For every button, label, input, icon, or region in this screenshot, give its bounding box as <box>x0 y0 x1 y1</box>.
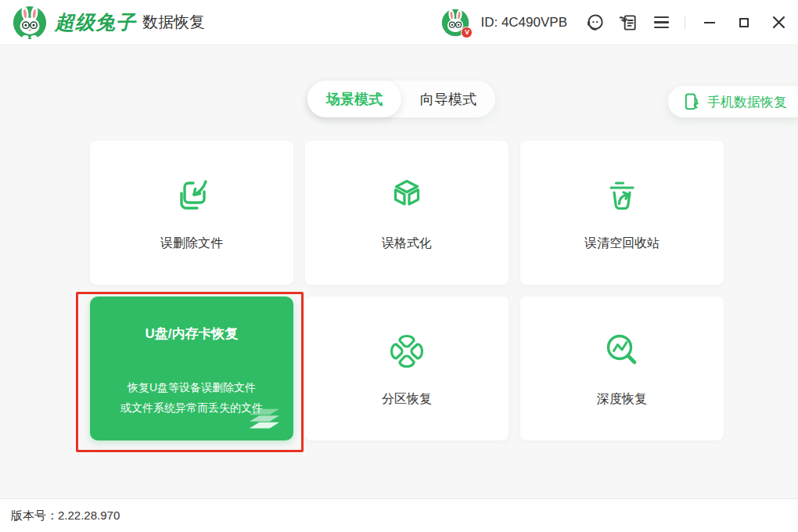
app-window: 超级兔子 数据恢复 V ID: <box>0 0 798 532</box>
divider <box>685 16 685 29</box>
card-usb-memory-card-recovery[interactable]: U盘/内存卡恢复 恢复U盘等设备误删除文件 或文件系统异常而丢失的文件 <box>90 297 293 440</box>
user-avatar[interactable]: V <box>441 9 469 37</box>
card-description: 恢复U盘等设备误删除文件 或文件系统异常而丢失的文件 <box>120 377 263 418</box>
card-unformat[interactable]: 误格式化 <box>305 141 509 285</box>
tab-scene-mode[interactable]: 场景模式 <box>307 81 401 117</box>
menu-icon <box>654 16 669 29</box>
minimize-button[interactable] <box>698 11 721 34</box>
mode-tab-switch: 场景模式 向导模式 <box>307 81 495 117</box>
maximize-icon <box>739 18 749 27</box>
status-bar: 版本号：2.22.28.970 <box>0 498 798 532</box>
recovery-cards-grid: 误删除文件 误格式化 <box>90 141 724 440</box>
title-bar: 超级兔子 数据恢复 V ID: <box>0 0 798 45</box>
unformat-icon <box>385 174 429 217</box>
card-title: 误清空回收站 <box>584 235 660 252</box>
close-icon <box>773 16 785 28</box>
feedback-icon <box>618 13 638 33</box>
phone-data-recovery-button[interactable]: 手机数据恢复 <box>668 86 798 117</box>
brand-suffix: 数据恢复 <box>142 12 205 33</box>
minimize-icon <box>704 22 715 23</box>
card-title: 深度恢复 <box>597 391 647 408</box>
card-title: 误格式化 <box>382 235 432 252</box>
card-deep-recovery[interactable]: 深度恢复 <box>520 297 724 440</box>
brand-name: 超级兔子 <box>55 9 136 35</box>
phone-recovery-icon <box>682 92 701 111</box>
layers-icon <box>248 408 281 431</box>
phone-data-recovery-label: 手机数据恢复 <box>707 93 787 111</box>
card-partition-recovery[interactable]: 分区恢复 <box>305 297 509 440</box>
card-title: U盘/内存卡恢复 <box>146 325 239 343</box>
maximize-button[interactable] <box>732 11 756 34</box>
menu-button[interactable] <box>650 12 672 34</box>
main-content: 场景模式 向导模式 手机数据恢复 <box>0 45 798 498</box>
partition-recovery-icon <box>385 329 429 373</box>
version-label: 版本号：2.22.28.970 <box>11 509 120 523</box>
vip-badge: V <box>461 27 473 38</box>
customer-service-icon <box>585 13 606 33</box>
card-title: 分区恢复 <box>382 391 432 408</box>
close-button[interactable] <box>767 11 790 34</box>
card-description-line2: 或文件系统异常而丢失的文件 <box>120 397 263 418</box>
card-title: 误删除文件 <box>160 235 223 252</box>
user-id: ID: 4C490VPB <box>480 15 567 31</box>
rabbit-logo-icon <box>13 5 47 40</box>
customer-service-button[interactable] <box>584 12 606 34</box>
undelete-files-icon <box>170 174 214 217</box>
tab-wizard-mode[interactable]: 向导模式 <box>401 81 495 117</box>
card-recycle-bin-restore[interactable]: 误清空回收站 <box>520 141 724 285</box>
deep-recovery-icon <box>600 329 644 373</box>
cell-usb-card-recovery: U盘/内存卡恢复 恢复U盘等设备误删除文件 或文件系统异常而丢失的文件 <box>90 297 293 440</box>
recycle-bin-restore-icon <box>600 174 644 217</box>
brand: 超级兔子 数据恢复 <box>13 5 205 40</box>
card-description-line1: 恢复U盘等设备误删除文件 <box>120 377 263 397</box>
feedback-button[interactable] <box>617 12 639 34</box>
card-undelete-files[interactable]: 误删除文件 <box>90 141 293 285</box>
header-actions: V ID: 4C490VPB <box>441 9 790 37</box>
